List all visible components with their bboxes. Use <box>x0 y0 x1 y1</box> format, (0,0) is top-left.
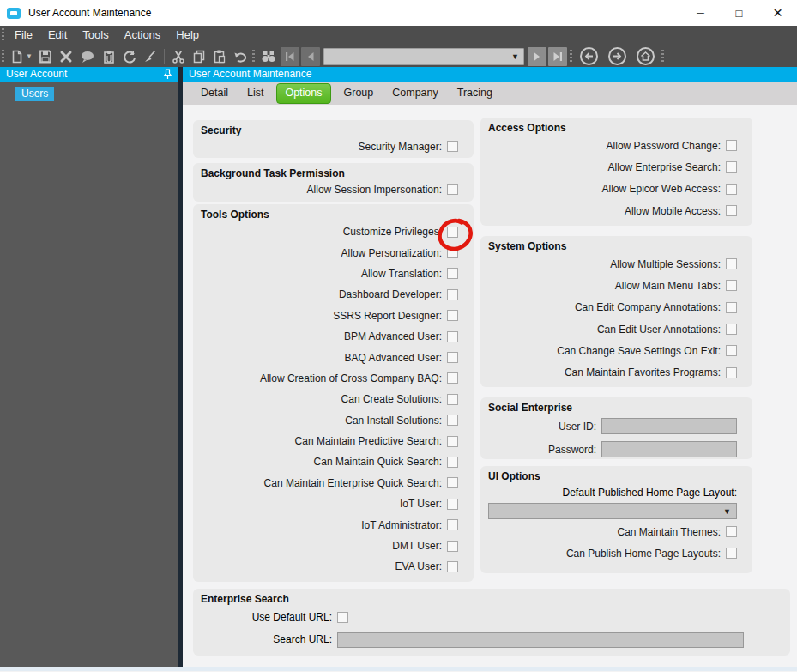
allow-translation-checkbox[interactable] <box>447 268 458 279</box>
field-label: BAQ Advanced User: <box>200 352 447 364</box>
field-label: Allow Translation: <box>200 268 447 280</box>
comment-button[interactable] <box>76 46 99 67</box>
menu-actions[interactable]: Actions <box>117 26 169 45</box>
allow-multiple-sessions-checkbox[interactable] <box>726 258 737 269</box>
group-background-task-permission: Background Task Permission Allow Session… <box>193 163 474 202</box>
delete-button[interactable] <box>56 46 76 67</box>
field-label: User ID: <box>487 421 601 433</box>
can-install-solutions-checkbox[interactable] <box>447 415 458 426</box>
dashboard-developer-checkbox[interactable] <box>447 289 458 300</box>
allow-mobile-access-checkbox[interactable] <box>726 205 737 216</box>
can-create-solutions-checkbox[interactable] <box>447 394 458 405</box>
refresh-button[interactable] <box>119 46 140 67</box>
use-default-url-checkbox[interactable] <box>337 612 348 623</box>
baq-advanced-user-checkbox[interactable] <box>447 352 458 363</box>
tab-detail[interactable]: Detail <box>191 82 238 105</box>
tab-company[interactable]: Company <box>383 82 448 105</box>
maximize-button[interactable]: □ <box>720 1 758 26</box>
field-label: Allow Creation of Cross Company BAQ: <box>200 372 447 384</box>
menu-file[interactable]: File <box>7 26 40 45</box>
options-tab-content: Security Security Manager: Background Ta… <box>183 105 797 667</box>
allow-session-impersonation-checkbox[interactable] <box>447 184 458 195</box>
paste-button[interactable] <box>209 46 230 67</box>
home-page-layout-dropdown[interactable]: ▼ <box>488 503 737 519</box>
tab-group[interactable]: Group <box>335 82 383 105</box>
menu-help[interactable]: Help <box>168 26 207 45</box>
attachment-button[interactable] <box>99 46 119 67</box>
can-edit-company-annotations-checkbox[interactable] <box>726 302 737 313</box>
new-button[interactable]: ▼ <box>7 46 35 67</box>
toolbar-grip <box>2 50 4 64</box>
app-icon <box>7 8 21 19</box>
copy-button[interactable] <box>189 46 209 67</box>
minimize-button[interactable]: ─ <box>681 1 720 26</box>
save-button[interactable] <box>35 46 56 67</box>
pin-icon[interactable] <box>163 69 172 80</box>
iot-administrator-checkbox[interactable] <box>447 519 458 530</box>
password-field[interactable] <box>601 441 737 457</box>
nav-item-users[interactable]: Users <box>15 87 54 101</box>
navigation-panel: User Account Users <box>0 67 178 667</box>
field-label: Can Maintain Themes: <box>487 526 726 538</box>
group-title: Tools Options <box>200 207 458 221</box>
can-maintain-themes-checkbox[interactable] <box>726 526 737 537</box>
allow-main-menu-tabs-checkbox[interactable] <box>726 280 737 291</box>
search-button[interactable] <box>257 46 280 67</box>
field-label: Allow Multiple Sessions: <box>487 258 726 270</box>
main-panel-title: User Account Maintenance <box>189 67 311 82</box>
can-maintain-favorites-checkbox[interactable] <box>726 367 737 378</box>
ssrs-report-designer-checkbox[interactable] <box>447 310 458 321</box>
group-social-enterprise: Social Enterprise User ID: Password: <box>480 397 752 459</box>
first-record-button[interactable] <box>281 47 299 66</box>
allow-personalization-checkbox[interactable] <box>447 247 458 258</box>
comment-icon <box>79 49 96 64</box>
field-label: Allow Personalization: <box>200 247 447 259</box>
allow-enterprise-search-checkbox[interactable] <box>726 161 737 173</box>
clear-button[interactable] <box>140 46 160 67</box>
allow-cross-company-baq-checkbox[interactable] <box>447 372 458 384</box>
can-edit-user-annotations-checkbox[interactable] <box>726 324 737 335</box>
allow-password-change-checkbox[interactable] <box>726 140 737 151</box>
allow-epicor-web-access-checkbox[interactable] <box>726 184 737 195</box>
bpm-advanced-user-checkbox[interactable] <box>447 331 458 342</box>
last-record-button[interactable] <box>548 47 567 66</box>
undo-button[interactable] <box>230 46 251 67</box>
back-button[interactable] <box>580 47 598 65</box>
tab-tracing[interactable]: Tracing <box>448 82 502 105</box>
new-icon <box>9 49 25 64</box>
can-maintain-predictive-search-checkbox[interactable] <box>447 436 458 447</box>
eva-user-checkbox[interactable] <box>447 561 458 572</box>
customize-privileges-checkbox[interactable] <box>447 227 458 238</box>
next-record-button[interactable] <box>528 47 546 66</box>
cut-button[interactable] <box>168 46 189 67</box>
tab-list[interactable]: List <box>238 82 273 105</box>
iot-user-checkbox[interactable] <box>447 499 458 510</box>
menu-edit[interactable]: Edit <box>40 26 75 45</box>
field-label: BPM Advanced User: <box>200 330 447 342</box>
previous-record-icon <box>304 50 317 64</box>
dmt-user-checkbox[interactable] <box>447 541 458 552</box>
can-publish-home-page-layouts-checkbox[interactable] <box>726 548 737 559</box>
forward-button[interactable] <box>608 47 626 65</box>
group-title: Enterprise Search <box>200 591 775 606</box>
home-button[interactable] <box>637 47 655 65</box>
can-change-save-settings-checkbox[interactable] <box>726 345 737 356</box>
user-id-field[interactable] <box>601 418 737 434</box>
cut-icon <box>171 49 186 64</box>
record-combo[interactable]: ▼ <box>323 48 524 65</box>
previous-record-button[interactable] <box>301 47 320 66</box>
can-maintain-quick-search-checkbox[interactable] <box>447 457 458 468</box>
new-dropdown-caret[interactable]: ▼ <box>26 52 33 60</box>
attachment-icon <box>101 49 117 64</box>
can-maintain-enterprise-quick-search-checkbox[interactable] <box>447 477 458 488</box>
security-manager-checkbox[interactable] <box>447 141 458 152</box>
tab-options[interactable]: Options <box>276 83 330 104</box>
field-label: Can Maintain Predictive Search: <box>200 435 447 447</box>
field-label: Allow Mobile Access: <box>487 205 726 217</box>
menu-tools[interactable]: Tools <box>75 26 116 45</box>
toolbar: ▼ <box>0 45 797 67</box>
close-button[interactable]: × <box>758 1 797 26</box>
toolbar-grip-4 <box>661 50 664 64</box>
search-url-field[interactable] <box>337 632 744 648</box>
field-label: Security Manager: <box>200 141 447 153</box>
